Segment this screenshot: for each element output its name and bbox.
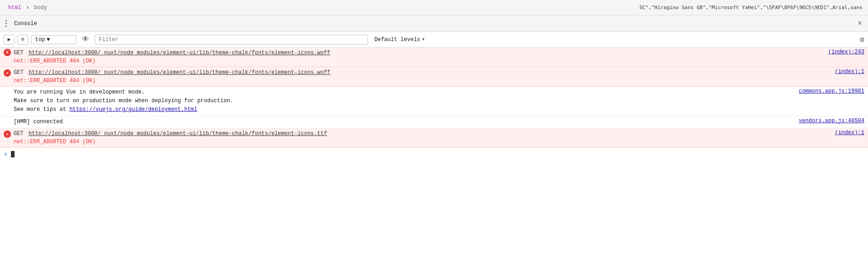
entry-source-3[interactable]: commons.app.js:19981 [791, 88, 864, 94]
console-entry-info-2: [HMR] connected vendors.app.js:48504 [0, 116, 868, 128]
levels-label: Default levels [374, 36, 420, 43]
context-label: top [35, 36, 45, 43]
dot-2 [5, 23, 7, 24]
error-subtext-1: net::ERR_ABORTED 404 (OK) [14, 57, 821, 65]
entry-url-2[interactable]: http://localhost:3000/_nuxt/node_modules… [29, 69, 331, 76]
console-entry-info-1: You are running Vue in development mode.… [0, 87, 868, 116]
console-prompt[interactable]: › [0, 148, 868, 161]
prompt-cursor [11, 151, 15, 157]
entry-url-3[interactable]: http://localhost:3000/_nuxt/node_modules… [29, 130, 327, 137]
vue-deploy-link[interactable]: https://vuejs.org/guide/deployment.html [69, 106, 197, 113]
get-label-2: GET [14, 69, 27, 76]
dot-1 [5, 20, 7, 21]
entry-content-4: [HMR] connected [14, 118, 791, 126]
context-selector[interactable]: top ▼ [31, 35, 77, 44]
entry-line-1: GET http://localhost:3000/_nuxt/node_mod… [14, 49, 821, 57]
error-subtext-3: net::ERR_ABORTED 404 (OK) [14, 138, 827, 146]
entry-line-2: GET http://localhost:3000/_nuxt/node_mod… [14, 68, 827, 77]
levels-selector[interactable]: Default levels ▼ [371, 36, 428, 44]
close-button[interactable]: × [855, 19, 864, 28]
levels-arrow: ▼ [422, 37, 424, 42]
console-entry-error-2: ✕ GET http://localhost:3000/_nuxt/node_m… [0, 67, 868, 87]
execute-button[interactable]: ▶ [4, 35, 15, 45]
entry-content-5: GET http://localhost:3000/_nuxt/node_mod… [14, 130, 827, 146]
error-subtext-2: net::ERR_ABORTED 404 (OK) [14, 77, 827, 85]
clear-button[interactable]: ⊘ [17, 35, 28, 45]
entry-content-1: GET http://localhost:3000/_nuxt/node_mod… [14, 49, 821, 65]
entry-line-5: GET http://localhost:3000/_nuxt/node_mod… [14, 130, 827, 138]
breadcrumb-html[interactable]: html [5, 4, 24, 12]
context-dropdown-arrow: ▼ [47, 36, 50, 43]
breadcrumb-right-text: SC","Hiragino Sans GB","Microsoft YaHei"… [639, 5, 863, 10]
get-label-1: GET [14, 50, 27, 56]
entry-content-2: GET http://localhost:3000/_nuxt/node_mod… [14, 68, 827, 85]
filter-input[interactable] [95, 35, 368, 45]
breadcrumb-bar: html › body SC","Hiragino Sans GB","Micr… [0, 0, 868, 16]
console-content: 2 GET http://localhost:3000/_nuxt/node_m… [0, 47, 868, 271]
entry-source-1[interactable]: (index):243 [821, 49, 864, 55]
console-title: Console [10, 21, 41, 27]
get-label-3: GET [14, 130, 27, 137]
settings-button[interactable]: ⚙ [860, 35, 864, 44]
info-text-line2: Make sure to turn on production mode whe… [14, 97, 791, 105]
breadcrumb-body[interactable]: body [31, 4, 50, 12]
console-entry-error-1: 2 GET http://localhost:3000/_nuxt/node_m… [0, 47, 868, 67]
eye-button[interactable]: 👁 [79, 35, 92, 44]
info-text-line1: You are running Vue in development mode. [14, 88, 791, 97]
console-toolbar: Console × [0, 16, 868, 32]
filter-bar: ▶ ⊘ top ▼ 👁 Default levels ▼ ⚙ [0, 32, 868, 47]
error-icon-2: ✕ [4, 69, 11, 77]
dot-3 [5, 26, 7, 27]
hmr-text: [HMR] connected [14, 118, 791, 126]
error-badge-1: 2 [4, 49, 11, 56]
entry-source-4[interactable]: vendors.app.js:48504 [791, 118, 864, 124]
prompt-arrow: › [4, 151, 7, 158]
breadcrumb-separator: › [26, 4, 30, 11]
entry-content-3: You are running Vue in development mode.… [14, 88, 791, 115]
entry-source-2[interactable]: (index):1 [827, 68, 864, 75]
entry-source-5[interactable]: (index):1 [827, 130, 864, 136]
entry-url-1[interactable]: http://localhost:3000/_nuxt/node_modules… [29, 50, 331, 56]
error-icon-3: ✕ [4, 130, 11, 138]
drag-handle[interactable] [4, 18, 9, 29]
console-entry-error-3: ✕ GET http://localhost:3000/_nuxt/node_m… [0, 128, 868, 148]
info-text-line3: See more tips at https://vuejs.org/guide… [14, 105, 791, 114]
